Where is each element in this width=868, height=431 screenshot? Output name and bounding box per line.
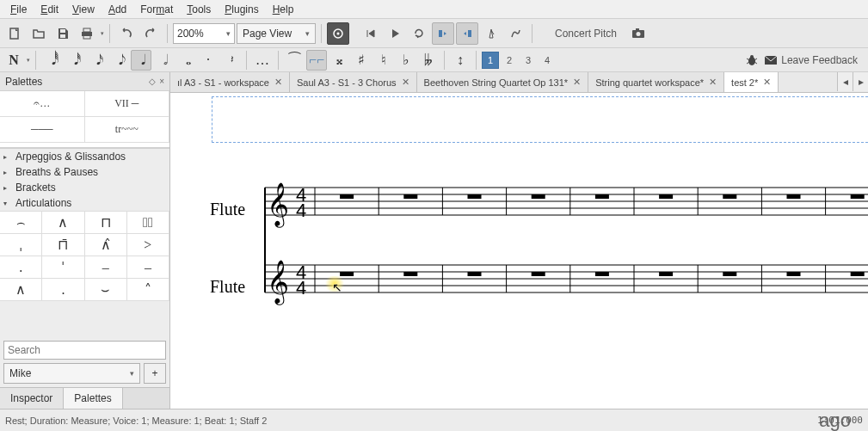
duration-64th-button[interactable]: 𝅘𝅥𝅱 — [41, 50, 62, 71]
duration-8th-button[interactable]: 𝅘𝅥𝅮 — [108, 50, 129, 71]
play-button[interactable] — [384, 22, 406, 45]
menu-format[interactable]: Format — [133, 2, 180, 17]
duration-quarter-button[interactable]: 𝅘𝅥 — [131, 50, 151, 71]
palette-cell[interactable]: VII ─ — [85, 91, 170, 117]
duration-half-button[interactable]: 𝅗𝅥 — [153, 50, 174, 71]
palette-category[interactable]: ▸Breaths & Pauses — [0, 164, 169, 180]
search-input[interactable] — [3, 341, 166, 360]
tab-scroll-left-button[interactable]: ◂ — [837, 72, 853, 91]
leave-feedback-button[interactable]: Leave Feedback — [764, 54, 858, 66]
image-capture-button[interactable] — [627, 22, 649, 45]
articulation-cell[interactable]: ∧ — [42, 212, 84, 234]
loop-button[interactable] — [408, 22, 430, 45]
voice-4-button[interactable]: 4 — [539, 52, 556, 69]
sidebar-tab-inspector[interactable]: Inspector — [0, 388, 64, 409]
slur-button[interactable]: ⁀ — [284, 50, 305, 71]
add-workspace-button[interactable]: + — [144, 363, 166, 384]
duration-whole-button[interactable]: 𝅝 — [175, 50, 196, 71]
tie-button[interactable]: … — [252, 50, 273, 71]
metronome-button[interactable] — [480, 22, 502, 45]
note-input-mode-button[interactable]: N — [3, 50, 24, 71]
palette-category[interactable]: ▸Arpeggios & Glissandos — [0, 149, 169, 164]
duration-dot-button[interactable]: · — [198, 50, 219, 71]
articulation-cell[interactable]: ˈ — [42, 256, 84, 279]
articulation-cell[interactable]: ˌ — [0, 234, 42, 256]
menu-edit[interactable]: Edit — [34, 2, 65, 17]
document-tab[interactable]: ıl A3 - S1 - workspace✕ — [170, 72, 290, 92]
articulation-cell[interactable]: . — [42, 279, 84, 301]
voice-2-button[interactable]: 2 — [501, 52, 518, 69]
redo-button[interactable] — [139, 22, 162, 45]
articulation-cell[interactable]: – — [85, 256, 127, 279]
score-canvas[interactable]: Flute Flute 𝄞44𝄞44 ↖ — [170, 93, 868, 409]
palette-cell[interactable]: ─── — [0, 117, 85, 143]
menu-tools[interactable]: Tools — [180, 2, 218, 17]
document-tab[interactable]: test 2*✕ — [724, 72, 779, 92]
note-input-dropdown-icon[interactable]: ▾ — [27, 57, 30, 64]
loop-in-button[interactable] — [432, 22, 454, 45]
articulation-cell[interactable]: ∧̂ — [85, 234, 127, 256]
articulation-cell[interactable]: ⊓ — [85, 212, 127, 234]
close-icon[interactable]: ✕ — [573, 77, 581, 88]
close-icon[interactable]: ✕ — [709, 77, 717, 88]
voice-3-button[interactable]: 3 — [520, 52, 537, 69]
flat-button[interactable]: ♭ — [396, 50, 416, 71]
articulation-cell[interactable]: ⌒̇ — [127, 212, 169, 234]
close-icon[interactable]: ✕ — [402, 77, 409, 88]
close-icon[interactable]: ✕ — [763, 77, 771, 88]
articulation-cell[interactable]: ⌣ — [85, 279, 127, 301]
articulation-cell[interactable]: ∧ — [0, 279, 42, 301]
document-tab-label: String quartet workspace* — [595, 77, 704, 88]
close-icon[interactable]: ✕ — [274, 77, 282, 88]
articulation-cell[interactable]: ⊓̄ — [42, 234, 84, 256]
menu-file[interactable]: File — [3, 2, 34, 17]
svg-rect-39 — [659, 194, 673, 199]
sharp-button[interactable]: ♯ — [351, 50, 372, 71]
close-icon[interactable]: × — [159, 77, 164, 86]
concert-pitch-button[interactable]: Concert Pitch — [546, 28, 625, 40]
zoom-combo[interactable]: 200% ▾ — [173, 23, 235, 44]
sidebar-tab-palettes[interactable]: Palettes — [64, 388, 122, 409]
palette-category[interactable]: ▾Articulations — [0, 195, 169, 211]
menu-help[interactable]: Help — [266, 2, 301, 17]
new-button[interactable] — [3, 22, 26, 45]
rest-button[interactable]: 𝄽 — [220, 50, 241, 71]
menu-view[interactable]: View — [65, 2, 102, 17]
report-bug-button[interactable] — [745, 54, 759, 66]
double-sharp-button[interactable]: 𝄪 — [329, 50, 349, 71]
document-tab[interactable]: Saul A3 - S1 - 3 Chorus✕ — [290, 72, 417, 92]
natural-button[interactable]: ♮ — [373, 50, 394, 71]
articulation-cell[interactable]: – — [127, 256, 169, 279]
open-button[interactable] — [28, 22, 50, 45]
view-mode-combo[interactable]: Page View ▾ — [237, 23, 316, 44]
tab-scroll-right-button[interactable]: ▸ — [853, 72, 868, 91]
svg-point-10 — [637, 32, 641, 36]
flip-direction-button[interactable]: ↕ — [450, 50, 471, 71]
workspace-combo[interactable]: Mike ▾ — [3, 363, 140, 384]
voice-1-button[interactable]: 1 — [482, 52, 499, 69]
duration-32nd-button[interactable]: 𝅘𝅥𝅰 — [64, 50, 84, 71]
articulation-cell[interactable]: > — [127, 234, 169, 256]
print-dropdown-icon[interactable]: ▾ — [101, 30, 104, 37]
undo-button[interactable] — [115, 22, 138, 45]
rewind-button[interactable] — [360, 22, 382, 45]
print-button[interactable] — [76, 22, 98, 45]
palette-cell[interactable]: tr~~~ — [85, 117, 170, 143]
count-in-button[interactable] — [504, 22, 526, 45]
double-flat-button[interactable]: 𝄫 — [418, 50, 439, 71]
save-button[interactable] — [52, 22, 74, 45]
marcato-button[interactable]: ⌐⌐ — [306, 50, 327, 71]
undock-icon[interactable]: ◇ — [149, 77, 156, 86]
articulation-cell[interactable]: . — [0, 256, 42, 279]
document-tab[interactable]: String quartet workspace*✕ — [588, 72, 724, 92]
document-tab[interactable]: Beethoven String Quartet Op 131*✕ — [417, 72, 589, 92]
menu-plugins[interactable]: Plugins — [218, 2, 265, 17]
midi-input-button[interactable] — [327, 22, 349, 45]
palette-cell[interactable]: 𝄐… — [0, 91, 85, 117]
duration-16th-button[interactable]: 𝅘𝅥𝅯 — [86, 50, 107, 71]
loop-out-button[interactable] — [456, 22, 478, 45]
articulation-cell[interactable]: ⌢ — [0, 212, 42, 234]
menu-add[interactable]: Add — [102, 2, 133, 17]
articulation-cell[interactable]: ˄ — [127, 279, 169, 301]
palette-category[interactable]: ▸Brackets — [0, 180, 169, 195]
